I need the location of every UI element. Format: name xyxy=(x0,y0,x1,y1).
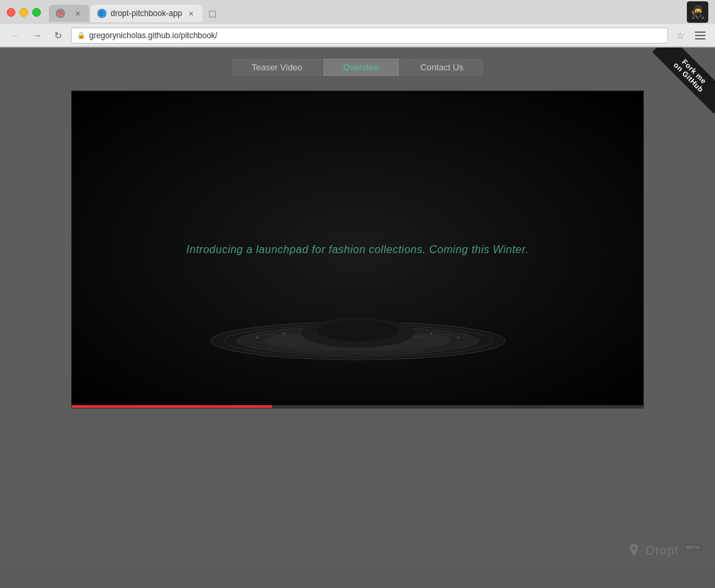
title-bar: 🐙 ✕ 📘 dropt-pitchbook-app ✕ □ 🥷 xyxy=(0,0,715,24)
back-button[interactable]: ← xyxy=(7,27,24,44)
lock-icon: 🔒 xyxy=(77,31,85,39)
video-subtitle: Introducing a launchpad for fashion coll… xyxy=(186,244,529,256)
video-progress-bar[interactable] xyxy=(72,405,643,408)
tab-overview[interactable]: Overview xyxy=(322,58,400,76)
window-controls xyxy=(7,8,41,17)
dropl-brand-text: Dropt xyxy=(646,544,679,558)
svg-point-23 xyxy=(318,320,398,342)
reload-button[interactable]: ↻ xyxy=(50,27,67,44)
url-text: gregorynicholas.github.io/pitchbook/ xyxy=(89,31,217,40)
toolbar: ← → ↻ 🔒 gregorynicholas.github.io/pitchb… xyxy=(0,24,715,47)
video-progress-fill xyxy=(72,405,272,408)
ninja-icon: 🥷 xyxy=(687,1,708,23)
svg-point-24 xyxy=(256,337,258,339)
tab-teaser[interactable]: Teaser Video xyxy=(231,58,322,76)
menu-line-3 xyxy=(695,38,706,40)
pitchbook-tab[interactable]: 📘 dropt-pitchbook-app ✕ xyxy=(90,5,202,22)
dropl-logo-icon xyxy=(626,542,642,559)
page-content: Fork me on GitHub Teaser Video Overview … xyxy=(0,48,715,569)
tab-contact[interactable]: Contact Us xyxy=(400,58,483,76)
github-tab[interactable]: 🐙 ✕ xyxy=(49,5,89,22)
new-tab-button[interactable]: □ xyxy=(204,6,221,22)
tab-bar: 🐙 ✕ 📘 dropt-pitchbook-app ✕ □ xyxy=(46,2,681,22)
svg-point-25 xyxy=(283,333,285,335)
forward-button[interactable]: → xyxy=(28,27,46,44)
menu-line-2 xyxy=(695,35,706,36)
svg-point-26 xyxy=(457,337,459,339)
pitchbook-tab-label: dropt-pitchbook-app xyxy=(111,9,182,18)
bookmark-button[interactable]: ☆ xyxy=(672,27,688,44)
github-tab-close[interactable]: ✕ xyxy=(73,9,82,18)
github-tab-icon: 🐙 xyxy=(56,9,65,18)
pitchbook-tab-icon: 📘 xyxy=(97,9,107,18)
pitchbook-tab-close[interactable]: ✕ xyxy=(186,9,196,18)
video-player[interactable]: Introducing a launchpad for fashion coll… xyxy=(71,90,644,409)
minimize-button[interactable] xyxy=(19,8,28,17)
dropl-watermark: Dropt BETA xyxy=(626,542,702,559)
menu-button[interactable] xyxy=(692,27,708,44)
address-bar[interactable]: 🔒 gregorynicholas.github.io/pitchbook/ xyxy=(71,27,668,44)
dropl-badge: BETA xyxy=(684,544,702,551)
menu-line-1 xyxy=(695,31,706,33)
maximize-button[interactable] xyxy=(32,8,41,17)
close-button[interactable] xyxy=(7,8,15,17)
mandala-decoration xyxy=(197,287,519,368)
fork-ribbon[interactable]: Fork me on GitHub xyxy=(635,48,715,128)
nav-tabs: Teaser Video Overview Contact Us xyxy=(231,58,484,77)
browser-chrome: 🐙 ✕ 📘 dropt-pitchbook-app ✕ □ 🥷 ← → ↻ 🔒 … xyxy=(0,0,715,48)
fork-ribbon-text[interactable]: Fork me on GitHub xyxy=(652,48,715,114)
window-actions: 🥷 xyxy=(687,1,708,23)
svg-point-27 xyxy=(430,333,432,335)
